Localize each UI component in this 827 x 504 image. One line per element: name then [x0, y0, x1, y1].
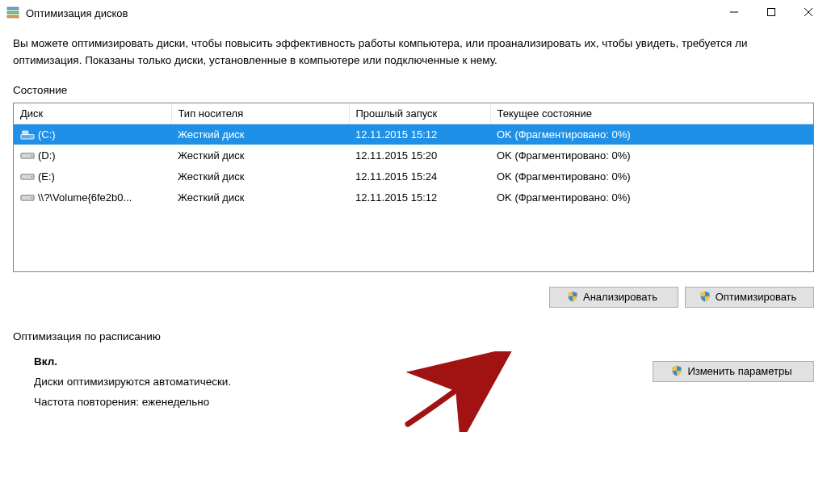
svg-rect-2 [7, 15, 19, 18]
disk-name: \\?\Volume{6fe2b0... [38, 191, 132, 204]
current-state: OK (Фрагментировано: 0%) [490, 124, 813, 145]
media-type: Жесткий диск [171, 145, 349, 166]
col-header-disk[interactable]: Диск [14, 103, 171, 124]
disk-name: (D:) [38, 149, 56, 162]
current-state: OK (Фрагментировано: 0%) [490, 145, 813, 166]
drive-icon [20, 192, 33, 202]
action-buttons-row: Анализировать Оптимизировать [13, 272, 814, 308]
svg-point-8 [31, 136, 33, 137]
schedule-section: Оптимизация по расписанию Вкл. Диски опт… [13, 330, 814, 408]
media-type: Жесткий диск [171, 124, 349, 145]
col-header-media[interactable]: Тип носителя [171, 103, 349, 124]
analyze-button[interactable]: Анализировать [549, 287, 678, 308]
svg-rect-0 [7, 7, 19, 10]
schedule-freq-text: Частота повторения: еженедельно [34, 396, 814, 408]
svg-point-11 [31, 155, 33, 157]
optimize-button[interactable]: Оптимизировать [685, 287, 814, 308]
table-row[interactable]: (C:) Жесткий диск12.11.2015 15:12OK (Фра… [14, 124, 813, 145]
shield-icon [567, 291, 578, 302]
svg-point-13 [31, 176, 33, 178]
change-settings-button[interactable]: Изменить параметры [653, 361, 814, 382]
table-row[interactable]: \\?\Volume{6fe2b0... Жесткий диск12.11.2… [14, 187, 813, 208]
status-label: Состояние [13, 84, 814, 96]
last-run: 12.11.2015 15:24 [349, 166, 490, 187]
shield-icon [671, 365, 682, 376]
optimize-button-label: Оптимизировать [716, 291, 797, 303]
svg-rect-4 [768, 9, 775, 16]
intro-text: Вы можете оптимизировать диски, чтобы по… [13, 36, 814, 69]
disk-name: (C:) [38, 128, 56, 141]
svg-point-15 [31, 197, 33, 199]
drive-icon [20, 130, 33, 140]
media-type: Жесткий диск [171, 187, 349, 208]
minimize-button[interactable] [716, 0, 753, 24]
table-row[interactable]: (E:) Жесткий диск12.11.2015 15:24OK (Фра… [14, 166, 813, 187]
close-button[interactable] [790, 0, 827, 24]
table-row[interactable]: (D:) Жесткий диск12.11.2015 15:20OK (Фра… [14, 145, 813, 166]
svg-rect-1 [7, 11, 19, 14]
titlebar: Оптимизация дисков [0, 0, 827, 24]
drive-table-container: Диск Тип носителя Прошлый запуск Текущее… [13, 103, 814, 272]
analyze-button-label: Анализировать [583, 291, 657, 303]
last-run: 12.11.2015 15:20 [349, 145, 490, 166]
media-type: Жесткий диск [171, 166, 349, 187]
maximize-button[interactable] [753, 0, 790, 24]
shield-icon [699, 291, 711, 302]
col-header-state[interactable]: Текущее состояние [490, 103, 813, 124]
change-settings-button-label: Изменить параметры [687, 365, 791, 377]
last-run: 12.11.2015 15:12 [349, 124, 490, 145]
last-run: 12.11.2015 15:12 [349, 187, 490, 208]
col-header-lastrun[interactable]: Прошлый запуск [349, 103, 490, 124]
drive-icon [20, 150, 33, 160]
drive-table: Диск Тип носителя Прошлый запуск Текущее… [14, 103, 813, 208]
schedule-title: Оптимизация по расписанию [13, 330, 814, 342]
current-state: OK (Фрагментировано: 0%) [490, 187, 813, 208]
svg-rect-9 [23, 131, 28, 135]
window-controls [716, 0, 827, 24]
disk-name: (E:) [38, 170, 55, 183]
app-icon [6, 6, 19, 19]
drive-icon [20, 171, 33, 181]
window-title: Оптимизация дисков [26, 6, 716, 19]
current-state: OK (Фрагментировано: 0%) [490, 166, 813, 187]
